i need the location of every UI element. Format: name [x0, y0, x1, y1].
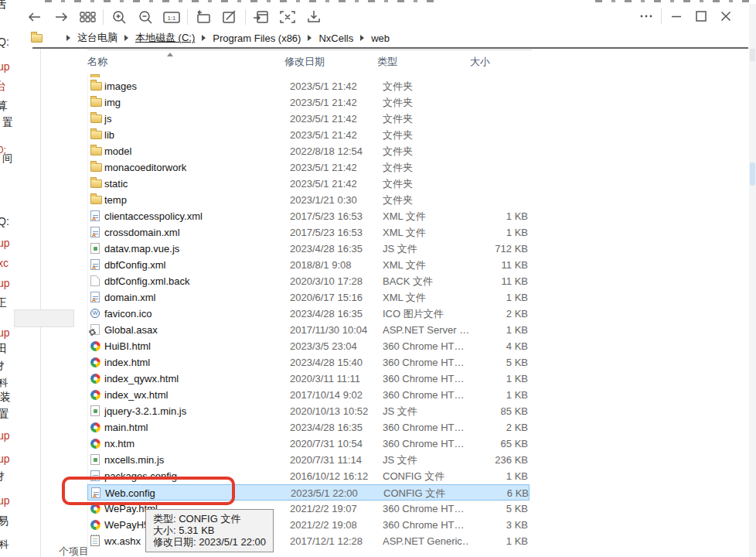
file-date: 2017/5/23 16:53: [290, 224, 380, 241]
file-size: 1 KB: [470, 371, 528, 387]
file-size: 3 KB: [470, 517, 528, 533]
download-icon: [305, 9, 322, 26]
chevron-right-icon: [360, 35, 364, 41]
table-row[interactable]: dbfConfig.xml2018/8/1 9:08XML 文件11 KB: [87, 257, 530, 273]
column-header-date[interactable]: 修改日期: [284, 50, 377, 73]
file-type: 360 Chrome HT…: [383, 387, 469, 403]
table-row[interactable]: nx.htm2020/7/31 10:54360 Chrome HT…65 KB: [87, 436, 530, 452]
file-date: 2021/2/2 19:07: [290, 501, 380, 517]
table-row[interactable]: main.html2023/4/28 16:35360 Chrome HT…2 …: [87, 419, 530, 436]
file-type: JS 文件: [383, 241, 469, 257]
file-type: 360 Chrome HT…: [383, 419, 469, 436]
table-row[interactable]: domain.xml2020/6/17 15:16XML 文件1 KB: [87, 289, 530, 306]
select-text-button[interactable]: [274, 6, 301, 28]
table-row[interactable]: index_wx.html2017/10/14 9:02360 Chrome H…: [87, 387, 530, 403]
file-name: crossdomain.xml: [104, 224, 287, 241]
zoom-in-button[interactable]: [106, 6, 132, 28]
actual-size-button[interactable]: 1:1: [158, 6, 185, 28]
table-row[interactable]: static2023/5/1 21:42文件夹: [87, 176, 530, 192]
file-size: 65 KB: [470, 436, 528, 452]
table-row[interactable]: dbfConfig.xml.back2020/3/10 17:28BACK 文件…: [87, 273, 530, 289]
folder-icon: [90, 131, 102, 139]
file-size: 2 KB: [470, 419, 528, 436]
forward-button[interactable]: [48, 6, 74, 28]
maximize-button[interactable]: [689, 5, 713, 27]
table-row[interactable]: temp2023/1/21 0:30文件夹: [87, 192, 530, 208]
download-button[interactable]: [301, 6, 327, 28]
table-row[interactable]: clientaccesspolicy.xml2017/5/23 16:53XML…: [87, 208, 530, 224]
more-icon: [638, 8, 655, 25]
table-row[interactable]: monacoeditorwork2023/5/1 21:42文件夹: [87, 159, 530, 176]
background-text-fragment: up: [0, 453, 10, 465]
zoom-out-button[interactable]: [132, 6, 158, 28]
breadcrumb-item-local-disk-c[interactable]: 本地磁盘 (C:): [135, 31, 195, 45]
table-row[interactable]: jquery-3.2.1.min.js2020/10/13 10:52JS 文件…: [87, 403, 530, 419]
xml-icon: [90, 227, 100, 237]
table-row[interactable]: index_qywx.html2020/3/11 11:11360 Chrome…: [87, 371, 530, 387]
toolbar-separator: [661, 9, 662, 24]
column-header-type[interactable]: 类型: [377, 50, 470, 73]
grid-view-button[interactable]: [74, 6, 100, 28]
edit-icon: [221, 9, 238, 26]
back-button[interactable]: [22, 6, 48, 28]
table-row[interactable]: Global.asax2017/11/30 10:04ASP.NET Serve…: [87, 322, 530, 338]
file-size: 1 KB: [470, 468, 528, 484]
edit-button[interactable]: [216, 6, 243, 28]
toolbar-separator: [187, 9, 188, 25]
file-name: jquery-3.2.1.min.js: [104, 403, 287, 419]
file-type: 文件夹: [383, 94, 469, 111]
table-row[interactable]: nxcells.min.js2020/7/31 11:14JS 文件236 KB: [87, 452, 530, 468]
close-button[interactable]: [713, 5, 738, 27]
minimize-button[interactable]: [664, 5, 689, 27]
xml-icon: [90, 292, 100, 302]
file-type: ASP.NET Generic…: [383, 533, 469, 549]
file-date: 2017/12/1 12:28: [290, 533, 380, 549]
chevron-right-icon: [202, 35, 206, 41]
tooltip-type-line: 类型: CONFIG 文件: [153, 513, 266, 525]
background-text-fragment: 装: [0, 391, 11, 405]
file-date: 2017/11/30 10:04: [290, 322, 380, 338]
column-header-name[interactable]: 名称: [87, 50, 284, 73]
file-size: 236 KB: [470, 452, 528, 468]
background-text-fragment: 易: [0, 514, 9, 528]
file-date: 2017/10/14 9:02: [290, 387, 380, 403]
file-name: datav.map.vue.js: [104, 241, 287, 257]
rotate-button[interactable]: [190, 6, 216, 28]
background-text-fragment: Q:: [0, 215, 9, 227]
file-name: images: [104, 78, 287, 94]
breadcrumb-item-web[interactable]: web: [371, 32, 390, 44]
file-name: static: [104, 176, 287, 192]
chrome-icon: [90, 357, 100, 367]
background-text-fragment: 田: [0, 342, 7, 356]
table-row[interactable]: datav.map.vue.js2023/4/28 16:35JS 文件712 …: [87, 241, 530, 257]
file-type: XML 文件: [383, 208, 469, 224]
column-header-size[interactable]: 大小: [470, 50, 532, 73]
more-button[interactable]: [634, 5, 659, 27]
file-type: 文件夹: [383, 78, 469, 94]
folder-icon: [31, 34, 43, 43]
table-row[interactable]: images2023/5/1 21:42文件夹: [87, 78, 530, 94]
js-icon: [90, 405, 100, 416]
table-row[interactable]: favicon.ico2023/4/28 16:35ICO 图片文件2 KB: [87, 306, 530, 322]
table-row[interactable]: js2023/5/1 21:42文件夹: [87, 111, 530, 127]
background-text-fragment: 个项目: [59, 545, 89, 557]
file-size: 1 KB: [470, 208, 528, 224]
file-type: 360 Chrome HT…: [383, 354, 469, 371]
table-row[interactable]: lib2023/5/1 21:42文件夹: [87, 127, 530, 143]
export-button[interactable]: [248, 6, 274, 28]
breadcrumb-item-program-files[interactable]: Program Files (x86): [213, 32, 301, 44]
file-name: lib: [104, 127, 287, 143]
table-row[interactable]: model2022/8/18 12:54文件夹: [87, 143, 530, 159]
breadcrumb-item-this-pc[interactable]: 这台电脑: [77, 31, 117, 45]
file-name: index.html: [104, 354, 287, 371]
breadcrumb-item-nxcells[interactable]: NxCells: [318, 32, 353, 44]
table-row[interactable]: HuiBI.html2023/3/5 23:04360 Chrome HT…4 …: [87, 338, 530, 354]
table-row[interactable]: crossdomain.xml2017/5/23 16:53XML 文件1 KB: [87, 224, 530, 241]
forward-icon: [53, 9, 70, 26]
file-date: 2023/3/5 23:04: [290, 338, 380, 354]
file-size: 2 KB: [470, 306, 528, 322]
file-name: nx.htm: [104, 436, 287, 452]
chrome-icon: [90, 390, 100, 400]
table-row[interactable]: img2023/5/1 21:42文件夹: [87, 94, 530, 111]
table-row[interactable]: index.html2023/4/28 15:40360 Chrome HT…5…: [87, 354, 530, 371]
